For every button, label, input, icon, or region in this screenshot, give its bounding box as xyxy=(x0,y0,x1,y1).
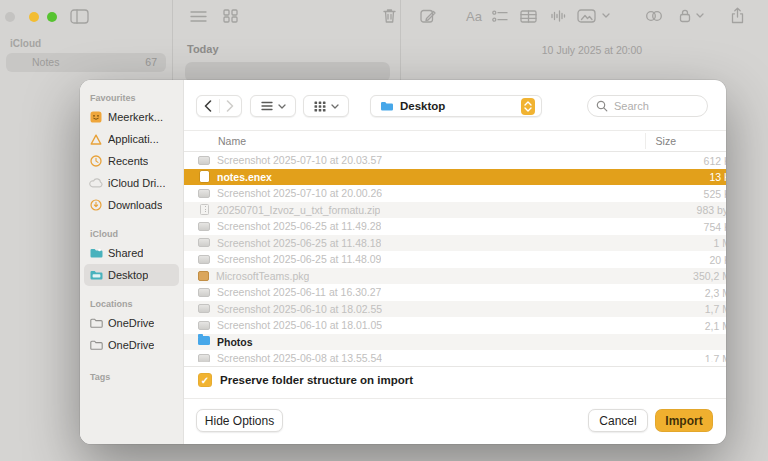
file-row[interactable]: Screenshot 2025-06-10 at 18.02.551,7 M xyxy=(184,301,726,318)
file-row[interactable]: Screenshot 2025-06-11 at 16.30.272,3 M xyxy=(184,284,726,301)
file-name: Screenshot 2025-06-25 at 11.49.28 xyxy=(217,220,381,232)
archive-file-icon xyxy=(200,204,209,215)
cancel-button[interactable]: Cancel xyxy=(588,409,648,432)
shared-folder-icon xyxy=(89,247,103,259)
file-size: 612 K xyxy=(704,155,726,167)
file-name: MicrosoftTeams.pkg xyxy=(216,270,309,282)
search-input[interactable] xyxy=(612,99,696,113)
file-name: 20250701_Izvoz_u_txt_formatu.zip xyxy=(217,204,380,216)
background-notes-folder-row: Notes 67 xyxy=(6,53,166,72)
background-sidebar-section: iCloud xyxy=(10,38,41,49)
file-size: 754 K xyxy=(704,221,726,233)
forward-button[interactable] xyxy=(220,100,242,112)
file-name: Screenshot 2025-06-11 at 16.30.27 xyxy=(217,286,381,298)
image-file-icon xyxy=(198,304,210,313)
audio-icon xyxy=(550,9,566,23)
folder-row-photos[interactable]: Photos xyxy=(184,334,726,351)
sidebar-item-label: Applicati... xyxy=(108,133,159,145)
background-note-date: 10 July 2025 at 20:00 xyxy=(480,44,704,56)
format-icon: Aa xyxy=(466,9,482,24)
smiley-folder-icon xyxy=(89,111,103,123)
import-button[interactable]: Import xyxy=(655,409,713,432)
icloud-section-label: iCloud xyxy=(90,229,183,239)
file-name: Screenshot 2025-07-10 at 20.03.57 xyxy=(217,154,382,166)
file-size: 350,2 M xyxy=(693,270,726,282)
zoom-window-button xyxy=(47,12,57,22)
table-icon xyxy=(520,10,537,23)
tags-section-label: Tags xyxy=(90,372,183,382)
file-size: 1 M xyxy=(713,237,726,249)
search-field[interactable] xyxy=(587,95,708,117)
gallery-view-icon xyxy=(223,9,238,23)
blue-folder-icon xyxy=(380,101,394,112)
list-view-icon xyxy=(261,101,273,111)
file-row[interactable]: Screenshot 2025-06-08 at 13.55.541,7 M xyxy=(184,350,726,362)
sidebar-item-shared[interactable]: Shared xyxy=(84,242,179,264)
lock-icon xyxy=(679,8,691,23)
chevron-down-icon xyxy=(278,104,286,109)
file-row[interactable]: Screenshot 2025-06-25 at 11.48.0920 K xyxy=(184,251,726,268)
sidebar-item-label: Recents xyxy=(108,155,148,167)
trash-icon xyxy=(383,8,396,24)
sidebar-item-applications[interactable]: Applicati... xyxy=(84,128,179,150)
file-row[interactable]: Screenshot 2025-06-25 at 11.49.28754 K xyxy=(184,218,726,235)
file-row[interactable]: Screenshot 2025-06-25 at 11.48.181 M xyxy=(184,235,726,252)
background-note-card xyxy=(185,62,390,82)
sidebar-item-label: Downloads xyxy=(108,199,162,211)
sidebar-item-meerkerk[interactable]: Meerkerk... xyxy=(84,106,179,128)
file-size: 525 K xyxy=(704,188,726,200)
close-window-button xyxy=(5,12,15,22)
image-file-icon xyxy=(198,288,210,297)
file-name: Screenshot 2025-06-25 at 11.48.18 xyxy=(217,237,381,249)
blue-folder-icon xyxy=(198,336,210,345)
locations-section-label: Locations xyxy=(90,299,183,309)
minimize-window-button xyxy=(29,12,39,22)
file-row-selected[interactable]: notes.enex13 K xyxy=(184,169,726,186)
file-size: 1,7 M xyxy=(705,303,726,315)
chevron-down-icon xyxy=(331,104,339,109)
file-size: 983 byt xyxy=(697,204,726,216)
folder-icon xyxy=(89,317,103,329)
sidebar-item-label: Desktop xyxy=(108,269,148,281)
file-row[interactable]: Screenshot 2025-07-10 at 20.03.57612 K xyxy=(184,152,726,169)
preserve-structure-checkbox[interactable]: ✓ xyxy=(198,373,212,387)
favourites-section-label: Favourites xyxy=(90,93,183,103)
media-icon xyxy=(577,9,596,23)
sidebar-item-downloads[interactable]: Downloads xyxy=(84,194,179,216)
media-chevron-down-icon xyxy=(602,13,610,19)
document-file-icon xyxy=(200,171,209,182)
file-row[interactable]: MicrosoftTeams.pkg350,2 M xyxy=(184,268,726,285)
package-file-icon xyxy=(198,271,209,281)
sidebar-item-icloud-drive[interactable]: iCloud Dri... xyxy=(84,172,179,194)
grid-view-icon xyxy=(314,101,326,112)
file-row[interactable]: Screenshot 2025-07-10 at 20.00.26525 K xyxy=(184,185,726,202)
size-column-header[interactable]: Size xyxy=(656,135,676,147)
location-dropdown[interactable]: Desktop xyxy=(370,95,542,117)
applications-icon xyxy=(89,133,103,145)
share-icon xyxy=(731,7,744,24)
lock-chevron-down-icon xyxy=(696,13,704,19)
download-icon xyxy=(89,199,103,211)
group-view-dropdown[interactable] xyxy=(303,95,349,117)
sidebar-item-desktop[interactable]: Desktop xyxy=(84,264,179,286)
image-file-icon xyxy=(198,189,210,198)
file-name: Photos xyxy=(217,336,253,348)
sidebar-item-onedrive-2[interactable]: OneDrive xyxy=(84,334,179,356)
file-row[interactable]: Screenshot 2025-06-10 at 18.01.052,1 M xyxy=(184,317,726,334)
back-button[interactable] xyxy=(197,100,219,112)
background-list-header: Today xyxy=(187,43,219,55)
file-size: 1,7 M xyxy=(705,353,726,363)
file-name: Screenshot 2025-06-08 at 13.55.54 xyxy=(217,352,382,362)
options-row: ✓ Preserve folder structure on import xyxy=(198,373,413,387)
sidebar-item-onedrive-1[interactable]: OneDrive xyxy=(84,312,179,334)
list-view-dropdown[interactable] xyxy=(250,95,296,117)
image-file-icon xyxy=(198,222,210,231)
file-size: 13 K xyxy=(709,171,726,183)
file-row[interactable]: 20250701_Izvoz_u_txt_formatu.zip983 byt xyxy=(184,202,726,219)
sidebar-item-label: Meerkerk... xyxy=(108,111,163,123)
column-headers: Name Size xyxy=(184,131,726,151)
sidebar-item-label: OneDrive xyxy=(108,317,154,329)
hide-options-button[interactable]: Hide Options xyxy=(196,409,283,432)
name-column-header[interactable]: Name xyxy=(218,135,246,147)
sidebar-item-recents[interactable]: Recents xyxy=(84,150,179,172)
